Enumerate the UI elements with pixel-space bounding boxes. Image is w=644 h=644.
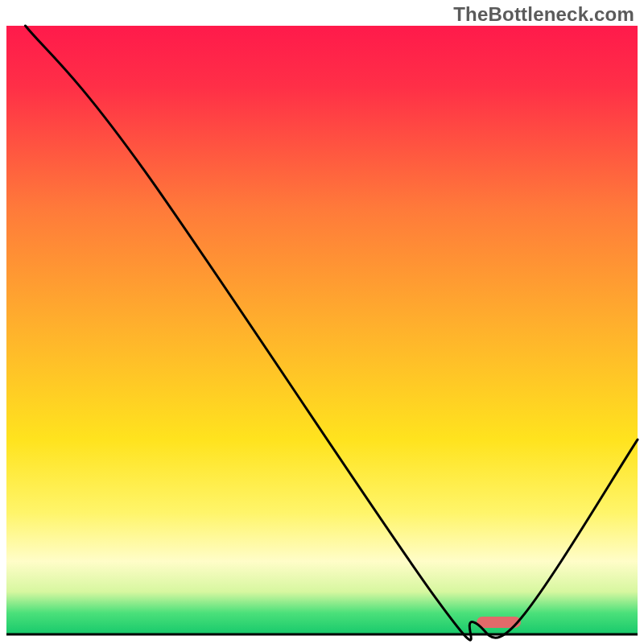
watermark-text: TheBottleneck.com [453, 3, 634, 26]
chart-canvas: TheBottleneck.com [0, 0, 644, 644]
plot-area [6, 26, 638, 640]
chart-svg [0, 0, 644, 644]
gradient-background [6, 26, 638, 634]
